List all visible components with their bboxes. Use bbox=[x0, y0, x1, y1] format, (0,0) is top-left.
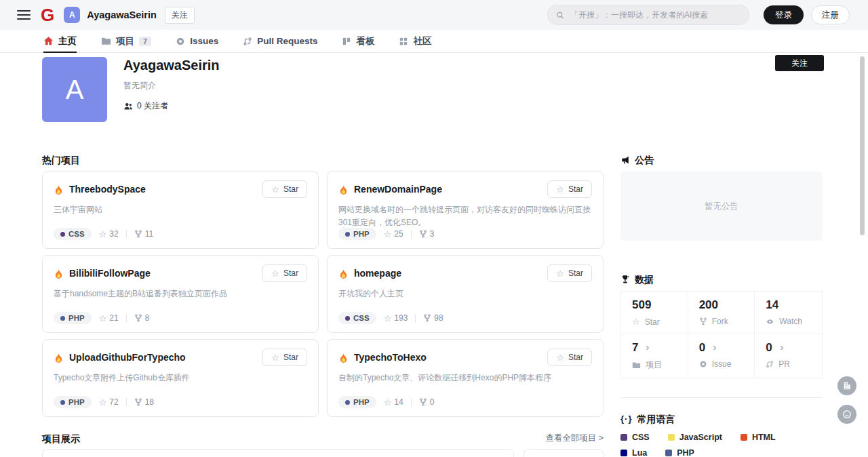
project-card: ThreebodySpace ☆Star 三体宇宙网站 CSS ☆32 11 bbox=[42, 171, 319, 249]
folder-icon bbox=[632, 361, 641, 370]
flame-icon bbox=[54, 353, 64, 363]
tab-kanban[interactable]: 看板 bbox=[342, 30, 374, 52]
stat-prs[interactable]: 0 PR bbox=[755, 334, 822, 378]
project-name[interactable]: UploadGithubForTypecho bbox=[69, 352, 186, 363]
megaphone-icon bbox=[620, 155, 630, 165]
project-cards-grid: ThreebodySpace ☆Star 三体宇宙网站 CSS ☆32 11 R… bbox=[42, 171, 604, 417]
tab-pull-requests[interactable]: Pull Requests bbox=[243, 30, 317, 52]
divider bbox=[126, 314, 127, 322]
tab-home[interactable]: 主页 bbox=[43, 30, 77, 52]
project-name[interactable]: RenewDomainPage bbox=[354, 184, 442, 195]
project-card: UploadGithubForTypecho ☆Star Typecho文章附件… bbox=[42, 339, 319, 417]
follow-button-small[interactable]: 关注 bbox=[165, 7, 195, 24]
stat-projects[interactable]: 7 项目 bbox=[621, 334, 688, 378]
project-description: 开坑我的个人主页 bbox=[338, 287, 592, 312]
top-header: G A AyagawaSeirin 关注 登录 注册 bbox=[0, 0, 868, 30]
language-badge: PHP bbox=[54, 396, 92, 408]
search-bar[interactable] bbox=[547, 5, 749, 25]
star-button[interactable]: ☆Star bbox=[547, 264, 592, 282]
star-button[interactable]: ☆Star bbox=[547, 349, 592, 366]
menu-icon[interactable] bbox=[17, 10, 31, 20]
fork-icon bbox=[699, 317, 707, 325]
divider bbox=[415, 314, 416, 322]
issue-icon bbox=[699, 360, 707, 368]
language-dot bbox=[345, 400, 350, 405]
flame-icon bbox=[338, 184, 349, 195]
follow-button[interactable]: 关注 bbox=[775, 55, 824, 71]
project-card: RenewDomainPage ☆Star 网站更换域名时的一个跳转提示页面，对… bbox=[327, 171, 604, 249]
profile-nav: 主页 项目 7 Issues Pull Requests 看板 社区 bbox=[0, 30, 868, 53]
projects-count-badge: 7 bbox=[139, 37, 151, 46]
fork-count[interactable]: 8 bbox=[134, 313, 150, 323]
star-count[interactable]: ☆25 bbox=[384, 229, 403, 239]
avatar[interactable]: A bbox=[64, 7, 80, 23]
language-badge: CSS bbox=[338, 312, 376, 324]
language-item[interactable]: CSS bbox=[620, 433, 650, 442]
star-count[interactable]: ☆193 bbox=[384, 313, 408, 323]
fork-count[interactable]: 11 bbox=[134, 229, 153, 239]
language-item[interactable]: HTML bbox=[741, 433, 776, 442]
fork-count[interactable]: 18 bbox=[134, 397, 154, 407]
tab-issues[interactable]: Issues bbox=[176, 30, 218, 52]
project-name[interactable]: homepage bbox=[354, 268, 401, 279]
language-item[interactable]: PHP bbox=[665, 448, 694, 457]
flame-icon bbox=[54, 184, 64, 195]
fork-icon bbox=[419, 230, 427, 238]
tab-community[interactable]: 社区 bbox=[399, 30, 431, 52]
fork-icon bbox=[134, 314, 142, 322]
issue-icon bbox=[176, 37, 185, 46]
star-icon: ☆ bbox=[384, 230, 392, 239]
project-name[interactable]: BilibiliFollowPage bbox=[69, 268, 151, 279]
star-icon: ☆ bbox=[99, 230, 107, 239]
language-color-swatch bbox=[741, 434, 747, 441]
star-icon: ☆ bbox=[271, 353, 279, 362]
star-button[interactable]: ☆Star bbox=[262, 349, 307, 366]
eye-icon bbox=[766, 317, 774, 326]
fork-count[interactable]: 3 bbox=[419, 229, 435, 239]
star-button[interactable]: ☆Star bbox=[547, 180, 592, 198]
search-input[interactable] bbox=[569, 9, 741, 20]
tab-projects[interactable]: 项目 7 bbox=[101, 30, 151, 52]
flame-icon bbox=[338, 269, 349, 279]
star-count[interactable]: ☆72 bbox=[99, 397, 119, 407]
language-item[interactable]: JavaScript bbox=[668, 433, 722, 442]
project-description: 自制的Typecho文章、评论数据迁移到Hexo的PHP脚本程序 bbox=[338, 372, 592, 396]
login-button[interactable]: 登录 bbox=[764, 5, 804, 24]
star-button[interactable]: ☆Star bbox=[262, 264, 307, 282]
gitee-logo-icon[interactable]: G bbox=[41, 6, 54, 24]
fork-count[interactable]: 98 bbox=[423, 313, 443, 323]
star-count[interactable]: ☆21 bbox=[99, 313, 119, 323]
enterprise-float-button[interactable] bbox=[837, 376, 856, 395]
fork-count[interactable]: 0 bbox=[419, 397, 435, 407]
project-name[interactable]: TypechoToHexo bbox=[354, 352, 427, 363]
register-button[interactable]: 注册 bbox=[811, 5, 850, 24]
feedback-float-button[interactable] bbox=[837, 405, 856, 424]
star-button[interactable]: ☆Star bbox=[262, 180, 307, 198]
languages-list: CSS JavaScript HTML Lua PHP bbox=[620, 433, 804, 457]
star-count[interactable]: ☆32 bbox=[99, 229, 119, 239]
fork-icon bbox=[134, 230, 142, 238]
star-icon: ☆ bbox=[99, 314, 107, 323]
chevron-right-icon bbox=[778, 344, 785, 351]
view-all-projects-link[interactable]: 查看全部项目 > bbox=[545, 433, 604, 444]
star-count[interactable]: ☆14 bbox=[384, 397, 403, 407]
languages-header: {·} 常用语言 bbox=[620, 414, 823, 424]
followers-link[interactable]: 0 关注者 bbox=[123, 100, 220, 112]
scrollbar[interactable] bbox=[860, 56, 865, 235]
stat-issues[interactable]: 0 Issue bbox=[688, 334, 755, 378]
showcase-title: 项目展示 bbox=[42, 433, 80, 444]
project-meta: PHP ☆21 8 bbox=[54, 312, 307, 324]
language-item[interactable]: Lua bbox=[620, 448, 647, 457]
project-name[interactable]: ThreebodySpace bbox=[69, 184, 146, 195]
stat-watch: 14 Watch bbox=[755, 292, 822, 334]
flame-icon bbox=[338, 353, 349, 363]
fork-icon bbox=[423, 314, 431, 322]
star-icon: ☆ bbox=[99, 398, 107, 407]
profile-name: AyagawaSeirin bbox=[123, 58, 220, 73]
language-badge: CSS bbox=[54, 228, 92, 240]
project-card: TypechoToHexo ☆Star 自制的Typecho文章、评论数据迁移到… bbox=[327, 339, 604, 417]
showcase-filter-box bbox=[524, 449, 604, 457]
header-username[interactable]: AyagawaSeirin bbox=[87, 9, 157, 20]
language-color-swatch bbox=[665, 450, 672, 456]
project-meta: PHP ☆14 0 bbox=[338, 396, 592, 408]
